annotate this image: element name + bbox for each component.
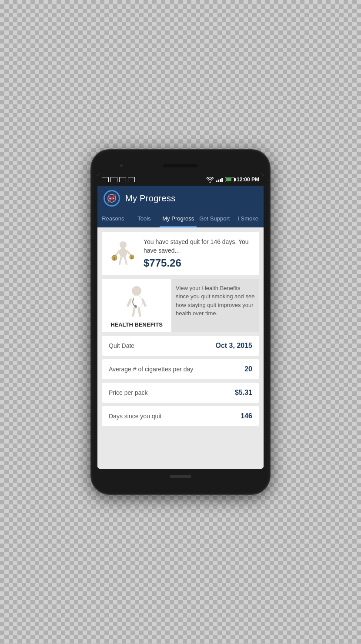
status-bar: 12:00 PM bbox=[97, 174, 264, 186]
avg-cigarettes-row[interactable]: Average # of cigarettes per day 20 bbox=[102, 359, 259, 379]
progress-card: $ $ You have stayed quit for 146 days. Y… bbox=[102, 232, 259, 275]
app-header: My Progress bbox=[97, 186, 264, 211]
phone-bottom-bar bbox=[97, 469, 264, 484]
svg-rect-2 bbox=[113, 198, 114, 199]
svg-point-5 bbox=[119, 248, 127, 257]
svg-point-14 bbox=[132, 286, 141, 296]
status-icon-4 bbox=[128, 177, 135, 182]
health-card-label: HEALTH BENEFITS bbox=[110, 321, 163, 328]
wifi-icon bbox=[206, 177, 214, 183]
progress-figure: $ $ bbox=[108, 238, 138, 269]
bottom-spacer bbox=[102, 430, 259, 464]
tab-i-smoke[interactable]: I Smoke bbox=[232, 211, 264, 227]
tab-my-progress[interactable]: My Progress bbox=[160, 211, 197, 227]
quit-date-label: Quit Date bbox=[109, 342, 134, 349]
days-since-quit-row[interactable]: Days since you quit 146 bbox=[102, 406, 259, 426]
avg-cigarettes-label: Average # of cigarettes per day bbox=[109, 366, 193, 373]
price-per-pack-row[interactable]: Price per pack $5.31 bbox=[102, 383, 259, 403]
quit-date-row[interactable]: Quit Date Oct 3, 2015 bbox=[102, 336, 259, 356]
svg-line-13 bbox=[125, 257, 127, 264]
nav-tabs: Reasons Tools My Progress Get Support I … bbox=[97, 211, 264, 227]
battery-tip bbox=[234, 178, 236, 181]
status-icon-1 bbox=[102, 177, 109, 182]
avg-cigarettes-value: 20 bbox=[244, 365, 252, 373]
health-card-image: HEALTH BENEFITS bbox=[102, 279, 171, 332]
svg-line-12 bbox=[120, 257, 121, 264]
tab-tools[interactable]: Tools bbox=[129, 211, 160, 227]
phone-screen: 12:00 PM My Progress Reasons Tools My Pr… bbox=[97, 174, 264, 468]
days-since-quit-label: Days since you quit bbox=[109, 413, 161, 420]
svg-text:$: $ bbox=[131, 256, 133, 259]
price-per-pack-value: $5.31 bbox=[235, 389, 252, 397]
svg-line-18 bbox=[143, 300, 145, 306]
phone-top-bar bbox=[97, 158, 264, 174]
savings-amount: $775.26 bbox=[144, 257, 253, 269]
svg-line-19 bbox=[133, 308, 134, 316]
svg-line-20 bbox=[139, 308, 140, 316]
svg-line-7 bbox=[127, 251, 131, 255]
quit-date-value: Oct 3, 2015 bbox=[216, 342, 253, 350]
phone-speaker bbox=[163, 164, 198, 167]
phone-device: 12:00 PM My Progress Reasons Tools My Pr… bbox=[91, 150, 270, 494]
status-icon-3 bbox=[119, 177, 126, 182]
days-since-quit-value: 146 bbox=[241, 412, 252, 420]
svg-line-6 bbox=[115, 251, 119, 256]
tab-reasons[interactable]: Reasons bbox=[97, 211, 129, 227]
stayed-quit-text: You have stayed quit for 146 days. You h… bbox=[144, 238, 253, 255]
main-content: $ $ You have stayed quit for 146 days. Y… bbox=[97, 227, 264, 468]
status-icons-left bbox=[102, 177, 135, 182]
status-icons-right: 12:00 PM bbox=[206, 177, 259, 183]
health-benefits-card[interactable]: HEALTH BENEFITS View your Health Benefit… bbox=[102, 279, 259, 332]
status-icon-2 bbox=[110, 177, 117, 182]
home-button[interactable] bbox=[170, 475, 191, 478]
price-per-pack-label: Price per pack bbox=[109, 389, 147, 396]
status-time: 12:00 PM bbox=[237, 177, 259, 183]
phone-camera bbox=[119, 164, 124, 168]
health-card-description: View your Health Benefits since you quit… bbox=[171, 279, 259, 332]
person-money-icon: $ $ bbox=[109, 240, 137, 268]
tab-get-support[interactable]: Get Support bbox=[197, 211, 232, 227]
svg-rect-1 bbox=[109, 198, 113, 199]
svg-line-17 bbox=[128, 300, 130, 306]
battery-icon bbox=[225, 177, 234, 182]
svg-point-4 bbox=[120, 241, 127, 248]
signal-icon bbox=[216, 177, 223, 182]
app-title: My Progress bbox=[125, 194, 176, 204]
no-smoking-svg bbox=[107, 194, 117, 203]
progress-text: You have stayed quit for 146 days. You h… bbox=[144, 238, 253, 269]
health-person-icon bbox=[119, 283, 154, 318]
svg-text:$: $ bbox=[113, 257, 115, 260]
no-smoking-icon bbox=[104, 190, 120, 207]
battery-fill bbox=[226, 178, 232, 181]
